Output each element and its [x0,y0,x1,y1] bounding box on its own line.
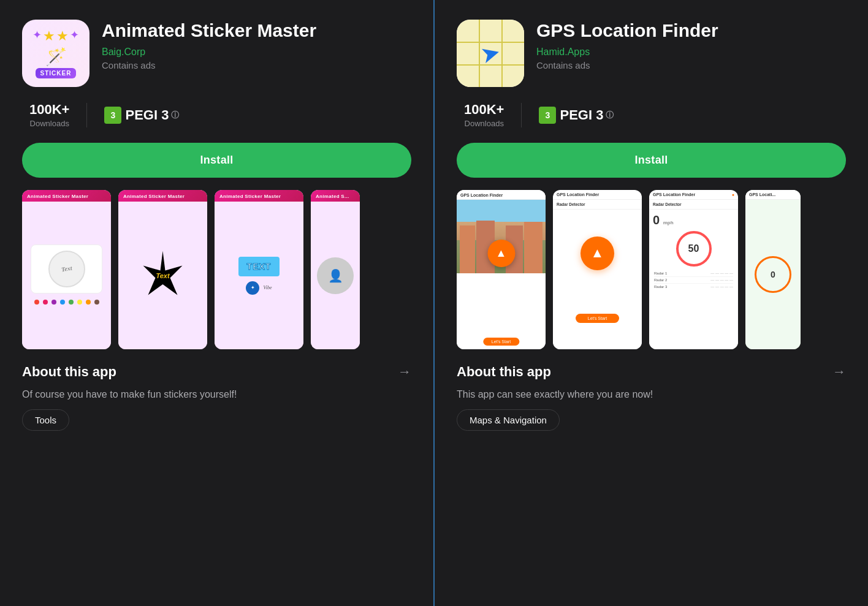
screenshot-sticker-2: Animated Sticker Master Text [118,190,207,349]
downloads-label-gps: Downloads [465,119,504,128]
direction-arrow-btn[interactable]: ▲ [487,240,515,267]
color-toolbar-1 [34,297,99,307]
pegi-badge-sticker: 3 [104,107,121,124]
pegi-stat-sticker: 3 PEGI 3 ⓘ [87,107,196,124]
about-title-sticker: About this app [22,364,116,380]
partial-gauge: 0 [755,256,791,293]
screenshot-sticker-3: Animated Sticker Master TEXT ✦ Vibe [215,190,303,349]
app-header-sticker: ✦ ★ ★ ✦ 🪄 STICKER Animated Sticker Maste… [22,20,411,87]
pegi-badge-gps: 3 [539,107,556,124]
screenshot-gps-4: GPS Locati... 0 [745,190,801,349]
pegi-value-sticker: 3 PEGI 3 ⓘ [104,107,179,124]
screenshot-header-4: Animated S... [311,190,360,202]
sticker-tools: ✦ Vibe [246,281,272,295]
screenshot-header-1: Animated Sticker Master [22,190,111,202]
right-panel: ➤ GPS Location Finder Hamid.Apps Contain… [435,0,868,606]
app-title-gps: GPS Location Finder [536,20,846,42]
screenshots-row-gps: GPS Location Finder ▲ Let's Start [457,190,846,349]
app-info-gps: GPS Location Finder Hamid.Apps Contains … [536,20,846,70]
pegi-value-gps: 3 PEGI 3 ⓘ [539,107,614,124]
pegi-info-icon: ⓘ [171,110,179,121]
star-icon-2: ★ [56,28,69,44]
downloads-label-sticker: Downloads [30,119,69,128]
app-header-gps: ➤ GPS Location Finder Hamid.Apps Contain… [457,20,846,87]
app-icon-sticker: ✦ ★ ★ ✦ 🪄 STICKER [22,20,89,87]
pegi-label-gps: PEGI 3 [560,107,603,123]
wand-icon: ✦ [32,28,42,44]
screenshot-gps-2: GPS Location Finder Radar Detector ▲ Let… [553,190,642,349]
screenshots-row-sticker: Animated Sticker Master Text [22,190,411,349]
screenshot-gps-3: GPS Location Finder ● Radar Detector 0 m… [649,190,738,349]
pegi-label-sticker: PEGI 3 [125,107,169,123]
about-header-gps: About this app → [457,364,846,380]
downloads-value-gps: 100K+ [464,102,504,118]
screenshot-header-3: Animated Sticker Master [215,190,303,202]
about-section-sticker: About this app → Of course you have to m… [22,364,411,431]
app-developer-sticker: Baig.Corp [102,47,411,58]
app-ads-gps: Contains ads [536,60,846,70]
about-title-gps: About this app [457,364,551,380]
wand-icon-2: ✦ [70,28,79,44]
gps-header-3: GPS Location Finder ● [649,190,738,200]
lets-start-btn[interactable]: Let's Start [483,338,519,346]
screenshot-sticker-1: Animated Sticker Master Text [22,190,111,349]
app-developer-gps: Hamid.Apps [536,47,846,58]
radar-start-btn[interactable]: Let's Start [576,314,619,323]
downloads-value-sticker: 100K+ [29,102,69,118]
speed-gauge: 50 [676,231,712,267]
sticker-badge: STICKER [36,68,77,78]
screenshot-sticker-4: Animated S... 👤 [311,190,360,349]
gps-header-1: GPS Location Finder [457,190,546,200]
pegi-info-icon-gps: ⓘ [606,110,614,121]
pegi-stat-gps: 3 PEGI 3 ⓘ [522,107,631,124]
star-icon-1: ★ [43,28,55,44]
edit-area-1: Text [31,244,102,294]
app-title-sticker: Animated Sticker Master [102,20,411,42]
radar-list: Radar 1— — — — — Radar 2— — — — — Radar … [653,270,734,290]
speed-zero: 0 mph [653,213,674,227]
about-arrow-sticker[interactable]: → [398,364,411,380]
install-button-gps[interactable]: Install [457,143,846,178]
category-tag-gps[interactable]: Maps & Navigation [457,409,560,431]
app-ads-sticker: Contains ads [102,60,411,70]
category-tag-sticker[interactable]: Tools [22,409,69,431]
stats-row-gps: 100K+ Downloads 3 PEGI 3 ⓘ [457,99,846,131]
downloads-stat-gps: 100K+ Downloads [457,102,521,128]
about-desc-gps: This app can see exactly where you are n… [457,387,846,402]
app-info-sticker: Animated Sticker Master Baig.Corp Contai… [102,20,411,70]
screenshot-gps-1: GPS Location Finder ▲ Let's Start [457,190,546,349]
gps-header-4: GPS Locati... [745,190,801,200]
gps-header-2: GPS Location Finder [553,190,642,200]
about-desc-sticker: Of course you have to make fun stickers … [22,387,411,402]
burst-sticker: Text [139,251,188,300]
person-screenshot: 👤 [317,257,354,294]
downloads-stat-sticker: 100K+ Downloads [22,102,86,128]
radar-direction-btn[interactable]: ▲ [581,237,614,270]
about-arrow-gps[interactable]: → [832,364,846,380]
about-header-sticker: About this app → [22,364,411,380]
stats-row-sticker: 100K+ Downloads 3 PEGI 3 ⓘ [22,99,411,131]
about-section-gps: About this app → This app can see exactl… [457,364,846,431]
text-sticker: TEXT [238,257,280,276]
screenshot-header-2: Animated Sticker Master [118,190,207,202]
left-panel: ✦ ★ ★ ✦ 🪄 STICKER Animated Sticker Maste… [0,0,435,606]
app-icon-gps: ➤ [457,20,524,87]
install-button-sticker[interactable]: Install [22,143,411,178]
